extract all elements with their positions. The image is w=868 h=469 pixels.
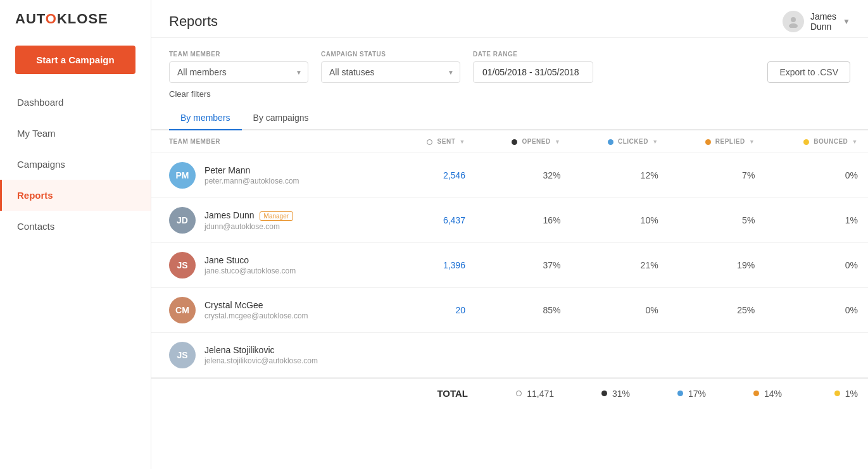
member-name: Peter Mann [204, 165, 299, 175]
member-avatar: PM [169, 162, 196, 189]
member-avatar: CM [169, 297, 196, 323]
filters-area: TEAM MEMBER All members Peter Mann James… [151, 38, 868, 106]
campaign-status-select[interactable]: All statuses Active Paused Completed [321, 61, 460, 83]
col-replied[interactable]: REPLIED ▼ [669, 130, 765, 153]
member-cell-crystal-mcgee: CM Crystal McGee crystal.mcgee@autoklose… [151, 288, 394, 333]
member-bounced: 0% [765, 153, 868, 198]
member-name: Crystal McGee [204, 300, 308, 310]
manager-badge: Manager [260, 211, 293, 221]
member-replied: 7% [669, 153, 765, 198]
table-row: CM Crystal McGee crystal.mcgee@autoklose… [151, 288, 868, 333]
campaign-status-label: CAMPAIGN STATUS [321, 51, 460, 58]
member-clicked: 12% [570, 153, 668, 198]
reports-table-container: TEAM MEMBER SENT ▼ OPENED ▼ CLICKED [151, 130, 868, 469]
member-sent: 1,396 [394, 243, 475, 288]
user-name: JamesDunn [810, 11, 836, 32]
member-cell-peter-mann: PM Peter Mann peter.mann@autoklose.com [151, 153, 394, 198]
start-campaign-button[interactable]: Start a Campaign [15, 46, 135, 74]
total-label: TOTAL [169, 388, 478, 399]
logo-o: O [46, 11, 57, 27]
member-avatar: JD [169, 207, 196, 234]
member-cell-jelena-stojilikovic: JS Jelena Stojilikovic jelena.stojilikov… [151, 333, 394, 378]
total-replied: 14% [706, 389, 782, 399]
sidebar-item-dashboard[interactable]: Dashboard [0, 87, 151, 118]
sidebar: AUTOKLOSE Start a Campaign Dashboard My … [0, 0, 151, 469]
member-cell-james-dunn: JD James DunnManager jdunn@autoklose.com [151, 198, 394, 243]
member-sent [394, 333, 475, 378]
member-opened: 85% [475, 288, 570, 333]
export-csv-button[interactable]: Export to .CSV [767, 61, 850, 83]
member-clicked [570, 333, 668, 378]
member-bounced: 0% [765, 288, 868, 333]
member-name: Jelena Stojilikovic [204, 345, 318, 355]
member-bounced [765, 333, 868, 378]
total-bounced: 1% [782, 389, 858, 399]
table-row: JS Jane Stuco jane.stuco@autoklose.com 1… [151, 243, 868, 288]
member-opened: 32% [475, 153, 570, 198]
table-row: JD James DunnManager jdunn@autoklose.com… [151, 198, 868, 243]
member-email: jelena.stojilikovic@autoklose.com [204, 356, 318, 365]
svg-point-0 [791, 17, 796, 22]
member-replied: 19% [669, 243, 765, 288]
sidebar-item-campaigns[interactable]: Campaigns [0, 149, 151, 180]
col-opened[interactable]: OPENED ▼ [475, 130, 570, 153]
page-title: Reports [169, 13, 218, 30]
table-row: PM Peter Mann peter.mann@autoklose.com 2… [151, 153, 868, 198]
member-name: James DunnManager [204, 210, 293, 221]
logo-text-after: KLOSE [57, 11, 108, 27]
svg-point-1 [789, 23, 798, 28]
user-avatar-icon [783, 11, 804, 32]
bounced-sort-icon: ▼ [852, 139, 858, 145]
member-bounced: 0% [765, 243, 868, 288]
member-avatar: JS [169, 342, 196, 368]
date-range-input[interactable]: 01/05/2018 - 31/05/2018 [473, 61, 593, 83]
member-opened [475, 333, 570, 378]
member-replied: 5% [669, 198, 765, 243]
team-member-select[interactable]: All members Peter Mann James Dunn Jane S… [169, 61, 308, 83]
replied-sort-icon: ▼ [749, 139, 755, 145]
sidebar-item-my-team[interactable]: My Team [0, 118, 151, 149]
date-range-label: DATE RANGE [473, 51, 593, 58]
sidebar-item-reports[interactable]: Reports [0, 180, 151, 211]
member-bounced: 1% [765, 198, 868, 243]
total-opened: 31% [554, 389, 630, 399]
member-sent: 6,437 [394, 198, 475, 243]
user-menu[interactable]: JamesDunn ▼ [783, 11, 850, 32]
member-name: Jane Stuco [204, 255, 296, 265]
col-bounced[interactable]: BOUNCED ▼ [765, 130, 868, 153]
clear-filters-button[interactable]: Clear filters [169, 89, 211, 106]
date-range-filter: DATE RANGE 01/05/2018 - 31/05/2018 [473, 51, 593, 83]
main-content: Reports JamesDunn ▼ TEAM MEMBER All memb… [151, 0, 868, 469]
member-email: peter.mann@autoklose.com [204, 177, 299, 185]
total-row: TOTAL 11,471 31% 17% 14% 1% [151, 378, 868, 408]
tab-by-campaigns[interactable]: By campaigns [242, 106, 320, 130]
table-row: JS Jelena Stojilikovic jelena.stojilikov… [151, 333, 868, 378]
member-clicked: 0% [570, 288, 668, 333]
top-header: Reports JamesDunn ▼ [151, 0, 868, 38]
member-cell-jane-stuco: JS Jane Stuco jane.stuco@autoklose.com [151, 243, 394, 288]
member-opened: 37% [475, 243, 570, 288]
team-member-filter: TEAM MEMBER All members Peter Mann James… [169, 51, 308, 83]
reports-table: TEAM MEMBER SENT ▼ OPENED ▼ CLICKED [151, 130, 868, 378]
member-clicked: 21% [570, 243, 668, 288]
chevron-down-icon: ▼ [843, 17, 850, 26]
col-clicked[interactable]: CLICKED ▼ [570, 130, 668, 153]
member-sent: 2,546 [394, 153, 475, 198]
campaign-status-filter: CAMPAIGN STATUS All statuses Active Paus… [321, 51, 460, 83]
member-email: crystal.mcgee@autoklose.com [204, 311, 308, 320]
col-team-member: TEAM MEMBER [151, 130, 394, 153]
total-sent: 11,471 [478, 389, 554, 399]
member-clicked: 10% [570, 198, 668, 243]
total-clicked: 17% [630, 389, 706, 399]
opened-sort-icon: ▼ [555, 139, 560, 145]
sidebar-item-contacts[interactable]: Contacts [0, 211, 151, 242]
member-email: jane.stuco@autoklose.com [204, 266, 296, 275]
member-replied [669, 333, 765, 378]
logo: AUTOKLOSE [0, 0, 151, 38]
member-replied: 25% [669, 288, 765, 333]
logo-text-before: AUT [15, 11, 46, 27]
clicked-sort-icon: ▼ [652, 139, 658, 145]
tab-by-members[interactable]: By members [169, 106, 242, 130]
col-sent[interactable]: SENT ▼ [394, 130, 475, 153]
member-email: jdunn@autoklose.com [204, 222, 293, 231]
